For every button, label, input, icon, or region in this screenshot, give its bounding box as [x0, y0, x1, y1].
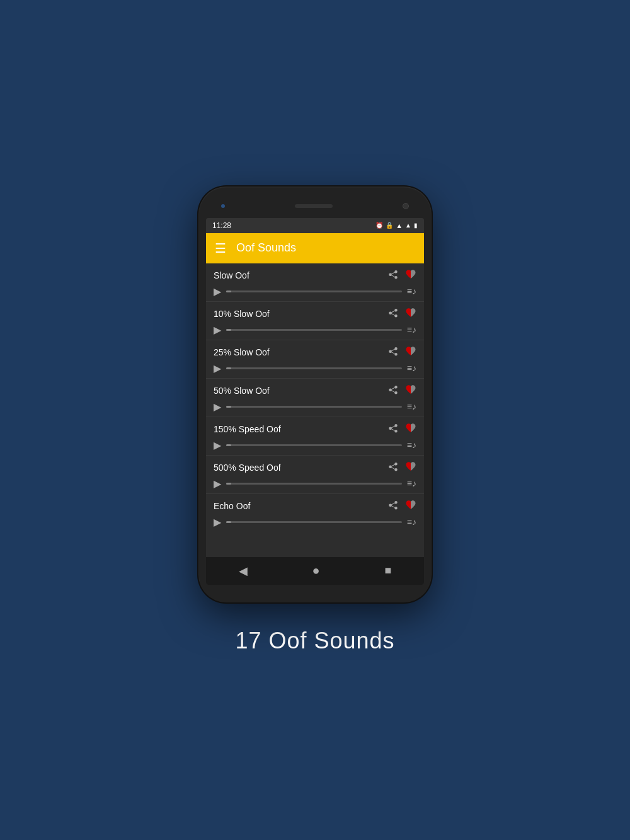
sound-name: 50% Slow Oof: [214, 386, 270, 396]
signal-icon: ▲: [396, 222, 403, 229]
sound-name: 10% Slow Oof: [214, 309, 270, 319]
phone-top-bar: [206, 194, 424, 218]
sound-name: Echo Oof: [214, 501, 250, 511]
status-time: 11:28: [212, 221, 231, 230]
list-item: Echo Oof ▶ ≡♪: [206, 494, 424, 532]
recents-button[interactable]: ■: [385, 564, 392, 577]
screen: 11:28 ⏰ 🔒 ▲ ▲ ▮ ☰ Oof Sounds Slow Oof: [206, 218, 424, 585]
share-icon[interactable]: [387, 499, 399, 514]
progress-bar[interactable]: [226, 521, 402, 523]
home-button[interactable]: ●: [312, 563, 320, 578]
lock-icon: 🔒: [386, 222, 393, 229]
list-item: 500% Speed Oof ▶ ≡♪: [206, 456, 424, 494]
share-icon[interactable]: [387, 345, 399, 360]
share-icon[interactable]: [387, 461, 399, 475]
heart-icon[interactable]: [405, 422, 416, 437]
page-label: 17 Oof Sounds: [235, 628, 394, 654]
battery-icon: ▮: [414, 222, 418, 229]
queue-icon[interactable]: ≡♪: [407, 325, 416, 335]
sound-name: 150% Speed Oof: [214, 424, 281, 434]
play-button[interactable]: ▶: [214, 401, 221, 413]
sound-list: Slow Oof ▶ ≡♪: [206, 263, 424, 557]
play-button[interactable]: ▶: [214, 439, 221, 451]
phone-sensor: [221, 204, 225, 208]
play-button[interactable]: ▶: [214, 362, 221, 374]
back-button[interactable]: ◀: [239, 564, 248, 578]
share-icon[interactable]: [387, 307, 399, 321]
toolbar: ☰ Oof Sounds: [206, 233, 424, 263]
share-icon[interactable]: [387, 268, 399, 283]
play-button[interactable]: ▶: [214, 478, 221, 490]
phone-shell: 11:28 ⏰ 🔒 ▲ ▲ ▮ ☰ Oof Sounds Slow Oof: [198, 187, 432, 602]
list-item: 150% Speed Oof ▶ ≡♪: [206, 417, 424, 456]
status-icons: ⏰ 🔒 ▲ ▲ ▮: [375, 222, 418, 229]
heart-icon[interactable]: [405, 345, 416, 360]
list-item: Slow Oof ▶ ≡♪: [206, 263, 424, 302]
queue-icon[interactable]: ≡♪: [407, 401, 416, 411]
heart-icon[interactable]: [405, 461, 416, 475]
wifi-icon: ▲: [405, 222, 411, 229]
nav-bar: ◀ ● ■: [206, 557, 424, 585]
progress-bar[interactable]: [226, 406, 402, 408]
sound-name: Slow Oof: [214, 270, 249, 280]
progress-bar[interactable]: [226, 444, 402, 446]
play-button[interactable]: ▶: [214, 324, 221, 336]
heart-icon[interactable]: [405, 268, 416, 283]
toolbar-title: Oof Sounds: [236, 241, 296, 255]
queue-icon[interactable]: ≡♪: [407, 286, 416, 296]
play-button[interactable]: ▶: [214, 285, 221, 297]
phone-speaker: [295, 204, 333, 208]
heart-icon[interactable]: [405, 307, 416, 321]
sound-name: 25% Slow Oof: [214, 347, 270, 357]
progress-bar[interactable]: [226, 329, 402, 331]
progress-bar[interactable]: [226, 483, 402, 485]
phone-bottom-bar: [206, 585, 424, 595]
sound-name: 500% Speed Oof: [214, 463, 281, 473]
queue-icon[interactable]: ≡♪: [407, 440, 416, 450]
phone-camera: [403, 203, 409, 209]
list-item: 50% Slow Oof ▶ ≡♪: [206, 379, 424, 417]
alarm-icon: ⏰: [375, 222, 383, 229]
play-button[interactable]: ▶: [214, 516, 221, 528]
heart-icon[interactable]: [405, 384, 416, 398]
status-bar: 11:28 ⏰ 🔒 ▲ ▲ ▮: [206, 218, 424, 233]
progress-bar[interactable]: [226, 367, 402, 369]
share-icon[interactable]: [387, 422, 399, 437]
queue-icon[interactable]: ≡♪: [407, 363, 416, 373]
list-item: 10% Slow Oof ▶ ≡♪: [206, 302, 424, 340]
progress-bar[interactable]: [226, 291, 402, 292]
heart-icon[interactable]: [405, 499, 416, 514]
queue-icon[interactable]: ≡♪: [407, 517, 416, 527]
list-item: 25% Slow Oof ▶ ≡♪: [206, 340, 424, 379]
share-icon[interactable]: [387, 384, 399, 398]
menu-icon[interactable]: ☰: [215, 242, 226, 255]
queue-icon[interactable]: ≡♪: [407, 478, 416, 488]
